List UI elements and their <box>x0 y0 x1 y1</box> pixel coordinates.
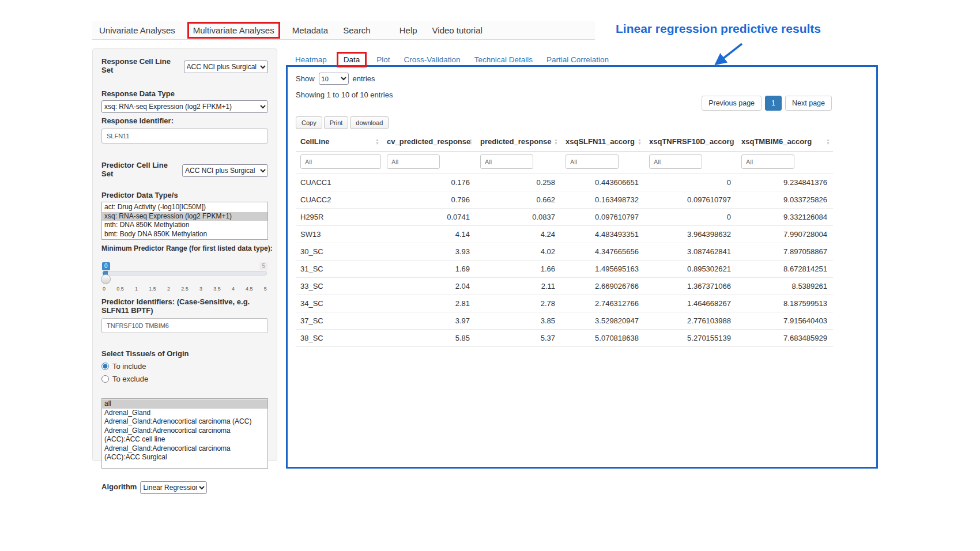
value-cell: 0.662 <box>476 191 561 209</box>
tab-partial-correlation[interactable]: Partial Correlation <box>546 55 609 64</box>
tab-heatmap[interactable]: Heatmap <box>295 55 327 64</box>
sort-icon[interactable]: ▲▼ <box>638 138 642 145</box>
column-header-xsqslfn11-accorg[interactable]: xsqSLFN11_accorg▲▼ <box>561 133 644 152</box>
column-header-cellline[interactable]: CellLine▲▼ <box>296 133 382 152</box>
tab-data[interactable]: Data <box>337 52 367 67</box>
cellline-cell: 37_SC <box>296 312 382 330</box>
slider-tick: 4.5 <box>246 286 253 292</box>
nav-item-video-tutorial[interactable]: Video tutorial <box>432 25 483 35</box>
sort-icon[interactable]: ▲▼ <box>730 138 734 145</box>
cellline-cell: CUACC1 <box>296 174 382 191</box>
predictor-data-type-option-bmt-body-dna-850k-methylation[interactable]: bmt: Body DNA 850K Methylation <box>102 230 267 239</box>
value-cell: 7.683485929 <box>737 330 833 347</box>
filter-input-cv-predicted-response[interactable] <box>387 154 440 169</box>
print-button[interactable]: Print <box>324 116 349 129</box>
value-cell: 5.85 <box>382 330 476 347</box>
tab-technical-details[interactable]: Technical Details <box>474 55 533 64</box>
radio-input-to-include[interactable] <box>101 363 109 370</box>
predictor-data-type-option-xsq-rna-seq-expression-log2-fpkm-1[interactable]: xsq: RNA-seq Expression (log2 FPKM+1) <box>102 212 267 221</box>
response-cell-line-set-select[interactable]: ACC NCI plus Surgical <box>184 61 268 73</box>
results-panel: Show 10 entries Showing 1 to 10 of 10 en… <box>286 65 878 469</box>
tissue-listbox[interactable]: allAdrenal_GlandAdrenal_Gland:Adrenocort… <box>101 398 268 469</box>
table-buttons: CopyPrintdownload <box>296 116 833 129</box>
sort-icon[interactable]: ▲▼ <box>554 138 558 145</box>
show-entries-row: Show 10 entries <box>296 73 833 85</box>
radio-input-to-exclude[interactable] <box>101 375 109 383</box>
value-cell: 1.69 <box>382 261 476 278</box>
radio-to-include[interactable]: To include <box>101 362 268 371</box>
predictor-data-type-option-act-drug-activity-log10-ic50m[interactable]: act: Drug Activity (-log10[IC50M]) <box>102 203 267 212</box>
response-data-type-select[interactable]: xsq: RNA-seq Expression (log2 FPKM+1) <box>101 100 268 113</box>
show-entries-select[interactable]: 10 <box>319 73 349 85</box>
column-header-xsqtnfrsf10d-accorg[interactable]: xsqTNFRSF10D_accorg▲▼ <box>644 133 737 152</box>
previous-page-button[interactable]: Previous page <box>702 96 762 111</box>
tissue-option-adrenal-gland-adrenocortical-carcinoma-acc[interactable]: Adrenal_Gland:Adrenocortical carcinoma (… <box>102 417 267 427</box>
value-cell: 2.669026766 <box>561 278 644 295</box>
tissue-option-all[interactable]: all <box>102 399 267 409</box>
sort-desc-icon: ▼ <box>554 142 558 145</box>
value-cell: 4.14 <box>382 226 476 243</box>
table-row[interactable]: 34_SC2.812.782.7463127661.4646682678.187… <box>296 295 833 312</box>
predictor-data-type-listbox[interactable]: act: Drug Activity (-log10[IC50M])xsq: R… <box>101 202 268 240</box>
sort-icon[interactable]: ▲▼ <box>826 138 830 145</box>
nav-item-search[interactable]: Search <box>343 25 371 35</box>
table-row[interactable]: 38_SC5.855.375.0708186385.2701551397.683… <box>296 330 833 347</box>
predictor-data-type-option-mth-dna-850k-methylation[interactable]: mth: DNA 850K Methylation <box>102 221 267 230</box>
tab-cross-validation[interactable]: Cross-Validation <box>404 55 461 64</box>
slider-tick: 1.5 <box>149 286 156 292</box>
tissue-option-adrenal-gland-adrenocortical-carcinoma-acc-acc-cell-line[interactable]: Adrenal_Gland:Adrenocortical carcinoma (… <box>102 427 267 444</box>
radio-to-exclude[interactable]: To exclude <box>101 375 268 383</box>
nav-item-metadata[interactable]: Metadata <box>292 25 329 35</box>
nav-item-help[interactable]: Help <box>399 25 417 35</box>
tab-plot[interactable]: Plot <box>376 55 390 64</box>
column-header-xsqtmbim6-accorg[interactable]: xsqTMBIM6_accorg▲▼ <box>737 133 833 152</box>
table-row[interactable]: 33_SC2.042.112.6690267661.3673710668.538… <box>296 278 833 295</box>
value-cell: 3.087462841 <box>644 243 737 261</box>
table-row[interactable]: 30_SC3.934.024.3476656563.0874628417.897… <box>296 243 833 261</box>
table-row[interactable]: SW134.144.244.4834933513.9643986327.9907… <box>296 226 833 243</box>
value-cell: 8.187599513 <box>737 295 833 312</box>
nav-item-multivariate-analyses[interactable]: Multivariate Analyses <box>187 22 280 39</box>
table-row[interactable]: H295R0.07410.08370.09761079709.332126084 <box>296 209 833 226</box>
cellline-cell: 34_SC <box>296 295 382 312</box>
table-row[interactable]: 37_SC3.973.853.5298209472.7761039887.915… <box>296 312 833 330</box>
predictor-identifiers-input[interactable] <box>101 318 268 333</box>
algorithm-select[interactable]: Linear Regression <box>140 481 207 494</box>
slider-max-label: 5 <box>259 262 267 270</box>
column-header-predicted-response[interactable]: predicted_response▲▼ <box>476 133 561 152</box>
pagination: Previous page 1 Next page <box>702 96 832 111</box>
sort-icon[interactable]: ▲▼ <box>469 138 473 145</box>
value-cell: 9.033725826 <box>737 191 833 209</box>
value-cell: 3.93 <box>382 243 476 261</box>
filter-input-xsqtnfrsf10d-accorg[interactable] <box>649 154 702 169</box>
slider-tick: 0.5 <box>116 286 124 292</box>
value-cell: 7.897058867 <box>737 243 833 261</box>
value-cell: 2.11 <box>476 278 561 295</box>
predictor-cell-line-set-select[interactable]: ACC NCI plus Surgical <box>182 164 268 177</box>
nav-item-univariate-analyses[interactable]: Univariate Analyses <box>99 25 175 35</box>
download-button[interactable]: download <box>350 116 389 129</box>
page-number-button[interactable]: 1 <box>765 96 782 111</box>
filter-input-xsqslfn11-accorg[interactable] <box>566 154 619 169</box>
sort-desc-icon: ▼ <box>730 142 734 145</box>
column-header-cv-predicted-response[interactable]: cv_predicted_response▲▼ <box>382 133 476 152</box>
table-row[interactable]: CUACC10.1760.2580.44360665109.234841376 <box>296 174 833 191</box>
filter-input-cellline[interactable] <box>300 154 381 169</box>
table-row[interactable]: 31_SC1.691.661.4956951630.8953026218.672… <box>296 261 833 278</box>
filter-input-predicted-response[interactable] <box>480 154 533 169</box>
value-cell: 0.258 <box>476 174 561 191</box>
copy-button[interactable]: Copy <box>296 116 322 129</box>
filter-input-xsqtmbim6-accorg[interactable] <box>741 154 794 169</box>
slider-track[interactable]: 0 5 <box>103 271 267 276</box>
min-predictor-range-slider[interactable]: 0 5 00.511.522.533.544.55 <box>103 264 267 295</box>
response-identifier-input[interactable] <box>101 129 268 144</box>
table-row[interactable]: CUACC20.7960.6620.1634987320.0976107979.… <box>296 191 833 209</box>
sort-icon[interactable]: ▲▼ <box>375 138 379 145</box>
tissue-option-adrenal-gland-adrenocortical-carcinoma-acc-acc-surgical[interactable]: Adrenal_Gland:Adrenocortical carcinoma (… <box>102 444 267 462</box>
tissue-option-adrenal-gland[interactable]: Adrenal_Gland <box>102 409 267 418</box>
slider-handle[interactable] <box>101 274 111 284</box>
value-cell: 0 <box>644 174 737 191</box>
next-page-button[interactable]: Next page <box>785 96 832 111</box>
radio-label: To exclude <box>112 375 148 383</box>
slider-tick: 5 <box>264 286 267 292</box>
